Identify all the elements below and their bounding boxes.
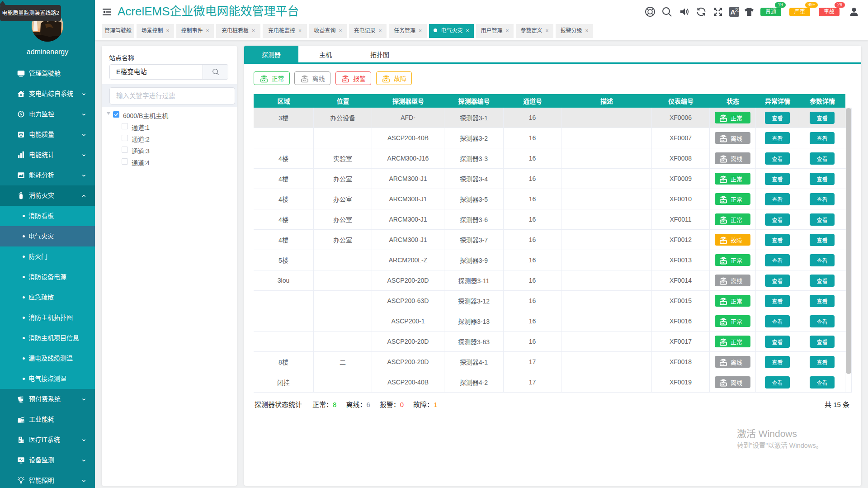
svg-text:文: 文 (735, 7, 739, 12)
